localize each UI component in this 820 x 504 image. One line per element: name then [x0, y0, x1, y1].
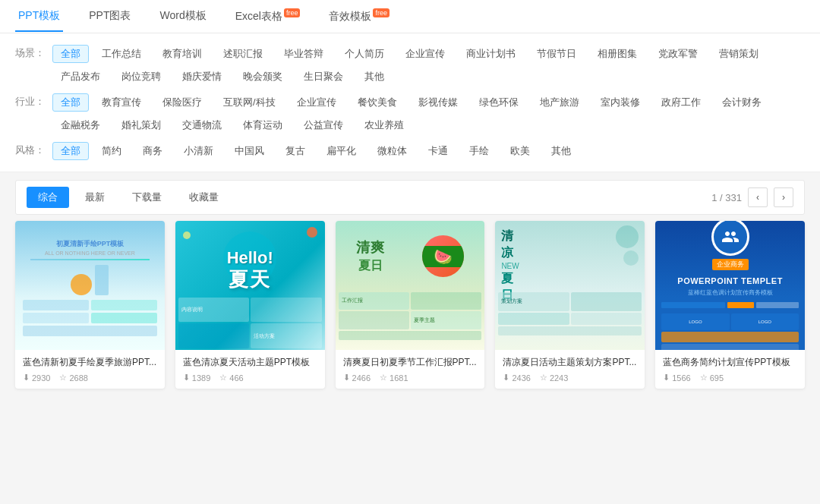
card-1[interactable]: 初夏清新手绘PPT模板 ALL OR NOTHING HERE OR NEVER… — [15, 221, 165, 389]
industry-realestate[interactable]: 地产旅游 — [531, 93, 588, 112]
card-5-info: 蓝色商务简约计划宣传PPT模板 ⬇ 1566 ☆ 695 — [655, 350, 805, 389]
nav-word-template[interactable]: Word模板 — [156, 2, 209, 32]
scene-product[interactable]: 产品发布 — [52, 68, 109, 86]
scene-gala[interactable]: 晚会颁奖 — [235, 68, 291, 86]
star-icon-4: ☆ — [540, 373, 547, 383]
industry-eco[interactable]: 绿色环保 — [471, 93, 527, 112]
card-4[interactable]: 清 凉 NEW 夏 日 策划方案 — [495, 221, 645, 389]
industry-tags: 全部 教育宣传 保险医疗 互联网/科技 企业宣传 餐饮美食 影视传媒 绿色环保 … — [52, 93, 805, 134]
scene-label: 场景： — [15, 45, 45, 60]
card-3-stats: ⬇ 2466 ☆ 1681 — [343, 373, 478, 383]
card-5-favorites: ☆ 695 — [700, 373, 724, 383]
scene-recruitment[interactable]: 岗位竞聘 — [113, 68, 169, 86]
nav-audio-template[interactable]: 音效模板free — [326, 1, 393, 33]
industry-agriculture[interactable]: 农业养殖 — [356, 116, 412, 134]
style-flat[interactable]: 扁平化 — [318, 142, 364, 160]
star-icon-1: ☆ — [59, 373, 67, 383]
top-nav: PPT模板 PPT图表 Word模板 Excel表格free 音效模板free — [0, 0, 820, 33]
scene-party[interactable]: 党政军警 — [650, 45, 706, 63]
sort-latest[interactable]: 最新 — [74, 187, 116, 208]
scene-other[interactable]: 其他 — [356, 68, 393, 86]
industry-charity[interactable]: 公益宣传 — [295, 116, 352, 134]
card-1-info: 蓝色清新初夏手绘夏季旅游PPT... ⬇ 2930 ☆ 2688 — [15, 350, 165, 389]
industry-insurance[interactable]: 保险医疗 — [154, 93, 210, 112]
industry-interior[interactable]: 室内装修 — [592, 93, 648, 112]
scene-training[interactable]: 教育培训 — [154, 45, 210, 63]
style-chinese[interactable]: 中国风 — [226, 142, 273, 160]
card-1-title: 蓝色清新初夏手绘夏季旅游PPT... — [23, 356, 157, 369]
style-fresh[interactable]: 小清新 — [175, 142, 222, 160]
industry-food[interactable]: 餐饮美食 — [349, 93, 405, 112]
nav-ppt-chart[interactable]: PPT图表 — [86, 2, 134, 32]
industry-finance[interactable]: 会计财务 — [714, 93, 770, 112]
card-5-title-text: 蓝色商务简约计划宣传PPT模板 — [663, 356, 797, 369]
card-2-downloads: ⬇ 1389 — [183, 373, 210, 383]
card-5-stats: ⬇ 1566 ☆ 695 — [663, 373, 797, 383]
style-vintage[interactable]: 复古 — [277, 142, 314, 160]
card-2-info: 蓝色清凉夏天活动主题PPT模板 ⬇ 1389 ☆ 466 — [175, 350, 325, 389]
industry-education[interactable]: 教育宣传 — [93, 93, 150, 112]
style-handdrawn[interactable]: 手绘 — [461, 142, 497, 160]
style-business[interactable]: 商务 — [134, 142, 171, 160]
card-1-stats: ⬇ 2930 ☆ 2688 — [23, 373, 157, 383]
industry-sports[interactable]: 体育运动 — [235, 116, 291, 134]
download-icon-3: ⬇ — [343, 373, 350, 383]
card-3-downloads: ⬇ 2466 — [343, 373, 371, 383]
card-2[interactable]: Hello! 夏天 内容说明 活动方案 蓝色清凉夏天活动主题PPT模板 ⬇ — [175, 221, 325, 389]
industry-media[interactable]: 影视传媒 — [410, 93, 466, 112]
industry-internet[interactable]: 互联网/科技 — [215, 93, 284, 112]
industry-label: 行业： — [15, 93, 45, 109]
scene-holiday[interactable]: 节假节日 — [528, 45, 585, 63]
card-4-stats: ⬇ 2436 ☆ 2243 — [503, 373, 637, 383]
card-3[interactable]: 清爽 夏日 🍉 工作汇报 夏季主题 — [336, 221, 485, 389]
card-5-downloads: ⬇ 1566 — [663, 373, 690, 383]
sort-bar: 综合 最新 下载量 收藏量 1 / 331 ‹ › — [15, 180, 805, 215]
scene-enterprise[interactable]: 企业宣传 — [397, 45, 453, 63]
download-icon-5: ⬇ — [663, 373, 670, 383]
style-other[interactable]: 其他 — [543, 142, 579, 160]
next-page-button[interactable]: › — [774, 187, 793, 207]
filter-row-scene: 场景： 全部 工作总结 教育培训 述职汇报 毕业答辩 个人简历 企业宣传 商业计… — [15, 41, 805, 90]
scene-wedding[interactable]: 婚庆爱情 — [174, 68, 230, 86]
style-particle[interactable]: 微粒体 — [369, 142, 415, 160]
style-simple[interactable]: 简约 — [93, 142, 130, 160]
card-2-thumb: Hello! 夏天 内容说明 活动方案 — [175, 221, 325, 350]
style-all[interactable]: 全部 — [52, 142, 89, 160]
industry-all[interactable]: 全部 — [52, 93, 89, 112]
scene-report[interactable]: 述职汇报 — [215, 45, 271, 63]
scene-graduation[interactable]: 毕业答辩 — [276, 45, 332, 63]
style-western[interactable]: 欧美 — [502, 142, 538, 160]
card-3-info: 清爽夏日初夏季节工作汇报PPT... ⬇ 2466 ☆ 1681 — [336, 350, 485, 389]
card-3-favorites: ☆ 1681 — [380, 373, 408, 383]
industry-logistics[interactable]: 交通物流 — [174, 116, 230, 134]
sort-favorites[interactable]: 收藏量 — [178, 187, 230, 208]
card-5[interactable]: 企业商务 POWERPOINT TEMPLET 蓝棒红蓝色调计划宣传商务模板 L… — [655, 221, 805, 389]
card-4-downloads: ⬇ 2436 — [503, 373, 530, 383]
scene-business-plan[interactable]: 商业计划书 — [458, 45, 524, 63]
free-badge-excel: free — [284, 8, 301, 18]
sort-comprehensive[interactable]: 综合 — [27, 187, 69, 208]
card-4-title: 清凉夏日活动主题策划方案PPT... — [503, 356, 637, 369]
industry-gov[interactable]: 政府工作 — [653, 93, 709, 112]
prev-page-button[interactable]: ‹ — [748, 187, 768, 207]
scene-birthday[interactable]: 生日聚会 — [295, 68, 352, 86]
download-icon-2: ⬇ — [183, 373, 190, 383]
pagination-info: 1 / 331 ‹ › — [711, 187, 793, 207]
download-icon-1: ⬇ — [23, 373, 30, 383]
industry-tax[interactable]: 金融税务 — [52, 116, 109, 134]
scene-marketing[interactable]: 营销策划 — [711, 45, 767, 63]
nav-excel-template[interactable]: Excel表格free — [232, 1, 304, 33]
card-5-thumb: 企业商务 POWERPOINT TEMPLET 蓝棒红蓝色调计划宣传商务模板 L… — [655, 221, 805, 350]
card-3-title: 清爽夏日初夏季节工作汇报PPT... — [343, 356, 478, 369]
scene-all[interactable]: 全部 — [52, 45, 89, 63]
sort-downloads[interactable]: 下载量 — [121, 187, 173, 208]
style-label: 风格： — [15, 142, 45, 157]
nav-ppt-template[interactable]: PPT模板 — [15, 2, 63, 32]
industry-wedding-plan[interactable]: 婚礼策划 — [113, 116, 169, 134]
scene-resume[interactable]: 个人简历 — [336, 45, 393, 63]
industry-enterprise[interactable]: 企业宣传 — [289, 93, 345, 112]
scene-album[interactable]: 相册图集 — [589, 45, 645, 63]
style-cartoon[interactable]: 卡通 — [420, 142, 456, 160]
scene-work-summary[interactable]: 工作总结 — [93, 45, 150, 63]
filter-section: 场景： 全部 工作总结 教育培训 述职汇报 毕业答辩 个人简历 企业宣传 商业计… — [0, 33, 820, 172]
